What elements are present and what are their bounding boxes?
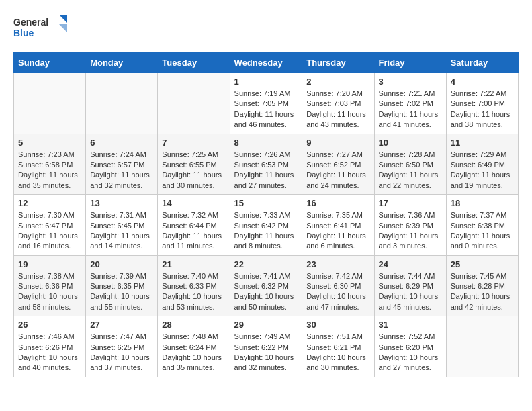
weekday-header: Thursday (302, 53, 374, 73)
day-info: Sunrise: 7:31 AM Sunset: 6:45 PM Dayligh… (90, 210, 153, 252)
day-number: 10 (379, 138, 442, 148)
svg-marker-3 (59, 24, 67, 32)
weekday-header: Saturday (446, 53, 518, 73)
day-number: 4 (451, 77, 514, 87)
day-number: 1 (234, 77, 298, 87)
calendar-week-row: 5Sunrise: 7:23 AM Sunset: 6:58 PM Daylig… (14, 134, 519, 195)
day-number: 7 (162, 138, 225, 148)
calendar-cell: 16Sunrise: 7:35 AM Sunset: 6:41 PM Dayli… (302, 195, 374, 256)
day-info: Sunrise: 7:23 AM Sunset: 6:58 PM Dayligh… (18, 150, 81, 191)
day-number: 19 (18, 259, 81, 269)
day-number: 21 (162, 259, 225, 269)
calendar-cell: 1Sunrise: 7:19 AM Sunset: 7:05 PM Daylig… (230, 73, 302, 134)
calendar-cell: 23Sunrise: 7:42 AM Sunset: 6:30 PM Dayli… (302, 255, 374, 316)
page-header: General Blue (13, 13, 519, 42)
day-number: 2 (306, 77, 369, 87)
day-info: Sunrise: 7:44 AM Sunset: 6:29 PM Dayligh… (379, 271, 442, 313)
day-info: Sunrise: 7:38 AM Sunset: 6:36 PM Dayligh… (18, 271, 81, 313)
day-number: 31 (379, 320, 442, 330)
day-info: Sunrise: 7:52 AM Sunset: 6:20 PM Dayligh… (379, 332, 442, 373)
day-info: Sunrise: 7:36 AM Sunset: 6:39 PM Dayligh… (379, 210, 442, 252)
calendar-cell: 7Sunrise: 7:25 AM Sunset: 6:55 PM Daylig… (158, 134, 230, 195)
day-info: Sunrise: 7:20 AM Sunset: 7:03 PM Dayligh… (306, 89, 369, 130)
day-info: Sunrise: 7:45 AM Sunset: 6:28 PM Dayligh… (451, 271, 514, 313)
day-number: 3 (379, 77, 442, 87)
day-number: 22 (234, 259, 298, 269)
calendar-cell (86, 73, 158, 134)
day-number: 12 (18, 198, 81, 208)
calendar-cell: 2Sunrise: 7:20 AM Sunset: 7:03 PM Daylig… (302, 73, 374, 134)
day-info: Sunrise: 7:46 AM Sunset: 6:26 PM Dayligh… (18, 332, 81, 373)
day-info: Sunrise: 7:30 AM Sunset: 6:47 PM Dayligh… (18, 210, 81, 252)
calendar-week-row: 1Sunrise: 7:19 AM Sunset: 7:05 PM Daylig… (14, 73, 519, 134)
day-number: 13 (90, 198, 153, 208)
day-number: 20 (90, 259, 153, 269)
day-info: Sunrise: 7:29 AM Sunset: 6:49 PM Dayligh… (451, 150, 514, 191)
day-number: 8 (234, 138, 298, 148)
weekday-header: Monday (86, 53, 158, 73)
calendar-cell: 30Sunrise: 7:51 AM Sunset: 6:21 PM Dayli… (302, 316, 374, 377)
day-number: 15 (234, 198, 298, 208)
day-info: Sunrise: 7:42 AM Sunset: 6:30 PM Dayligh… (306, 271, 369, 313)
day-info: Sunrise: 7:27 AM Sunset: 6:52 PM Dayligh… (306, 150, 369, 191)
day-number: 6 (90, 138, 153, 148)
day-number: 14 (162, 198, 225, 208)
calendar-cell: 6Sunrise: 7:24 AM Sunset: 6:57 PM Daylig… (86, 134, 158, 195)
day-info: Sunrise: 7:47 AM Sunset: 6:25 PM Dayligh… (90, 332, 153, 373)
day-info: Sunrise: 7:37 AM Sunset: 6:38 PM Dayligh… (451, 210, 514, 252)
day-number: 9 (306, 138, 369, 148)
calendar-cell: 20Sunrise: 7:39 AM Sunset: 6:35 PM Dayli… (86, 255, 158, 316)
calendar-cell: 9Sunrise: 7:27 AM Sunset: 6:52 PM Daylig… (302, 134, 374, 195)
day-number: 18 (451, 198, 514, 208)
calendar-cell: 28Sunrise: 7:48 AM Sunset: 6:24 PM Dayli… (158, 316, 230, 377)
day-number: 26 (18, 320, 81, 330)
day-info: Sunrise: 7:41 AM Sunset: 6:32 PM Dayligh… (234, 271, 298, 313)
calendar-cell: 5Sunrise: 7:23 AM Sunset: 6:58 PM Daylig… (14, 134, 86, 195)
calendar-cell: 21Sunrise: 7:40 AM Sunset: 6:33 PM Dayli… (158, 255, 230, 316)
day-info: Sunrise: 7:24 AM Sunset: 6:57 PM Dayligh… (90, 150, 153, 191)
day-number: 11 (451, 138, 514, 148)
weekday-header: Friday (374, 53, 446, 73)
calendar-cell: 18Sunrise: 7:37 AM Sunset: 6:38 PM Dayli… (446, 195, 518, 256)
day-number: 30 (306, 320, 369, 330)
logo: General Blue (13, 13, 67, 42)
calendar-week-row: 12Sunrise: 7:30 AM Sunset: 6:47 PM Dayli… (14, 195, 519, 256)
day-info: Sunrise: 7:28 AM Sunset: 6:50 PM Dayligh… (379, 150, 442, 191)
calendar-cell: 8Sunrise: 7:26 AM Sunset: 6:53 PM Daylig… (230, 134, 302, 195)
calendar-cell: 29Sunrise: 7:49 AM Sunset: 6:22 PM Dayli… (230, 316, 302, 377)
calendar-cell: 22Sunrise: 7:41 AM Sunset: 6:32 PM Dayli… (230, 255, 302, 316)
calendar-header-row: SundayMondayTuesdayWednesdayThursdayFrid… (14, 53, 519, 73)
calendar-cell: 12Sunrise: 7:30 AM Sunset: 6:47 PM Dayli… (14, 195, 86, 256)
calendar-cell: 4Sunrise: 7:22 AM Sunset: 7:00 PM Daylig… (446, 73, 518, 134)
svg-marker-2 (59, 15, 67, 23)
day-info: Sunrise: 7:26 AM Sunset: 6:53 PM Dayligh… (234, 150, 298, 191)
calendar-cell: 25Sunrise: 7:45 AM Sunset: 6:28 PM Dayli… (446, 255, 518, 316)
calendar-cell: 27Sunrise: 7:47 AM Sunset: 6:25 PM Dayli… (86, 316, 158, 377)
day-info: Sunrise: 7:19 AM Sunset: 7:05 PM Dayligh… (234, 89, 298, 130)
day-info: Sunrise: 7:40 AM Sunset: 6:33 PM Dayligh… (162, 271, 225, 313)
day-number: 16 (306, 198, 369, 208)
calendar-cell (158, 73, 230, 134)
calendar-cell: 3Sunrise: 7:21 AM Sunset: 7:02 PM Daylig… (374, 73, 446, 134)
calendar-week-row: 19Sunrise: 7:38 AM Sunset: 6:36 PM Dayli… (14, 255, 519, 316)
calendar-cell: 13Sunrise: 7:31 AM Sunset: 6:45 PM Dayli… (86, 195, 158, 256)
calendar-cell (14, 73, 86, 134)
calendar-cell: 19Sunrise: 7:38 AM Sunset: 6:36 PM Dayli… (14, 255, 86, 316)
calendar-cell: 26Sunrise: 7:46 AM Sunset: 6:26 PM Dayli… (14, 316, 86, 377)
day-info: Sunrise: 7:32 AM Sunset: 6:44 PM Dayligh… (162, 210, 225, 252)
svg-text:General: General (13, 17, 48, 28)
day-number: 29 (234, 320, 298, 330)
calendar-cell: 31Sunrise: 7:52 AM Sunset: 6:20 PM Dayli… (374, 316, 446, 377)
calendar-cell: 10Sunrise: 7:28 AM Sunset: 6:50 PM Dayli… (374, 134, 446, 195)
calendar-cell: 14Sunrise: 7:32 AM Sunset: 6:44 PM Dayli… (158, 195, 230, 256)
day-info: Sunrise: 7:21 AM Sunset: 7:02 PM Dayligh… (379, 89, 442, 130)
calendar-cell: 17Sunrise: 7:36 AM Sunset: 6:39 PM Dayli… (374, 195, 446, 256)
calendar-week-row: 26Sunrise: 7:46 AM Sunset: 6:26 PM Dayli… (14, 316, 519, 377)
day-info: Sunrise: 7:33 AM Sunset: 6:42 PM Dayligh… (234, 210, 298, 252)
calendar-cell: 11Sunrise: 7:29 AM Sunset: 6:49 PM Dayli… (446, 134, 518, 195)
day-number: 23 (306, 259, 369, 269)
day-info: Sunrise: 7:35 AM Sunset: 6:41 PM Dayligh… (306, 210, 369, 252)
calendar-table: SundayMondayTuesdayWednesdayThursdayFrid… (13, 52, 519, 377)
weekday-header: Sunday (14, 53, 86, 73)
day-info: Sunrise: 7:48 AM Sunset: 6:24 PM Dayligh… (162, 332, 225, 373)
